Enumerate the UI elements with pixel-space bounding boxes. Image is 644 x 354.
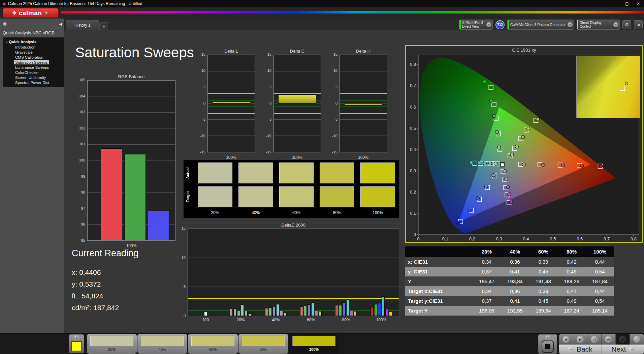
deltae-bar — [335, 305, 338, 316]
y-axis-tick-label: -5 — [199, 117, 205, 121]
cie-measured-green — [495, 130, 498, 134]
y-axis-tick-label: -10 — [331, 134, 337, 138]
pattern-swatch — [292, 336, 335, 346]
deltae-bar — [269, 307, 272, 316]
calman-menu-button[interactable]: ❖ calman ▼ — [3, 8, 59, 18]
y-axis-tick-label: -5 — [265, 117, 271, 121]
svg-text:0,3: 0,3 — [496, 236, 502, 241]
sidebar-item-screen-uniformity[interactable]: Screen Uniformity — [3, 75, 64, 80]
workflow-status-led[interactable] — [3, 22, 7, 26]
sidebar-collapse-icon[interactable]: ◀ — [59, 22, 62, 26]
minimize-button[interactable]: – — [610, 0, 621, 7]
reference-line — [340, 113, 387, 114]
actual-swatch-20% — [198, 163, 232, 183]
deltae-2000-chart: DeltaE 200010020%40%60%80%100%151050 — [180, 223, 399, 324]
table-header-cell: 60% — [529, 246, 557, 257]
sidebar-item-colorchecker[interactable]: ColorChecker — [3, 70, 64, 75]
app-icon: ❖ — [2, 1, 6, 6]
pattern-swatch — [90, 336, 133, 346]
cie-measured-red — [561, 164, 565, 167]
sidebar-item-luminance-sweeps[interactable]: Luminance Sweeps — [3, 65, 64, 70]
delta-h-chart: Delta H151050-5-10-15100% — [331, 49, 387, 160]
current-reading-heading: Current Reading — [72, 248, 138, 259]
cie-measured-magenta — [510, 200, 513, 203]
reference-line — [208, 113, 255, 114]
back-button[interactable]: « Back — [559, 345, 602, 354]
svg-text:0,2: 0,2 — [469, 236, 475, 241]
table-cell: 0,42 — [557, 257, 586, 267]
pattern-generator-button[interactable]: CalMAN Client 3 Pattern Generator ▼ — [507, 20, 574, 30]
maximize-button[interactable]: ▢ — [621, 0, 633, 7]
pattern-button-100%[interactable]: 100% — [289, 334, 339, 354]
meter-count-badge[interactable]: 712 — [495, 20, 505, 29]
y-axis-tick-label: 10 — [265, 68, 271, 72]
sidebar-item-introduction[interactable]: Introduction — [3, 45, 64, 50]
play-button[interactable]: ▶ — [573, 334, 587, 345]
table-header-cell: 40% — [501, 246, 529, 257]
y-axis-tick-label: 96 — [74, 222, 85, 226]
svg-text:0,1: 0,1 — [410, 211, 416, 216]
chart-plot — [87, 80, 175, 241]
pattern-swatch — [141, 336, 184, 346]
pattern-options-expand-button[interactable]: ▲ — [69, 334, 84, 341]
swatch-row-label: Target — [186, 186, 192, 207]
deltae-bar — [237, 311, 240, 316]
continuous-measure-button[interactable]: ⟳ — [616, 334, 630, 345]
actual-target-swatch-panel: ActualTarget20%40%60%80%100% — [184, 160, 399, 218]
sidebar-item-cms-calibration[interactable]: CMS Calibration — [3, 55, 64, 60]
cie-measured-blue — [492, 173, 495, 177]
pattern-preview-swatch — [71, 341, 82, 351]
panel-collapse-button[interactable]: ◀ — [634, 20, 643, 29]
actual-swatch-80% — [320, 163, 354, 183]
stop-button[interactable]: ■ — [559, 334, 573, 345]
stop-measure-button[interactable] — [542, 341, 554, 353]
table-cell: 0,37 — [473, 296, 501, 306]
pattern-button-20%[interactable]: 20% — [87, 334, 137, 354]
group-x-label: 100% — [364, 318, 399, 322]
y-axis-tick-label: 98 — [74, 190, 85, 194]
next-button[interactable]: Next » — [602, 345, 644, 354]
cie-measured-blue — [476, 197, 480, 200]
step-button[interactable]: [··] — [587, 334, 602, 345]
settings-gear-button[interactable]: ⚙ — [622, 20, 631, 29]
y-axis-tick-label: -10 — [199, 134, 205, 138]
pattern-button-80%[interactable]: 80% — [238, 334, 288, 354]
add-tab-button[interactable]: + — [99, 22, 108, 30]
transport-expand-button[interactable]: ▲ — [538, 334, 557, 341]
table-header-cell: 20% — [473, 246, 501, 257]
pattern-dropdown-icon[interactable]: ▼ — [568, 22, 573, 27]
pattern-label: 20% — [90, 346, 133, 351]
chart-title: Delta H — [340, 49, 387, 55]
tree-root[interactable]: ▾Quick Analysis — [3, 39, 64, 45]
cie-measured-yellow — [521, 135, 525, 139]
loop-button[interactable]: ∞ — [602, 334, 616, 345]
y-axis-tick-label: 15 — [199, 52, 205, 56]
y-axis-tick-label: 10 — [180, 256, 186, 260]
sidebar-item-spectral-power-dist-[interactable]: Spectral Power Dist. — [3, 80, 64, 85]
tab-history-1[interactable]: History 1 — [66, 20, 99, 30]
display-control-button[interactable]: Direct Display Control ▼ — [577, 20, 620, 30]
cie-1931-panel: CIE 1931 xy 00,10,20,30,40,50,60,70,800,… — [405, 45, 643, 243]
tree-expander-icon[interactable]: ▾ — [6, 41, 7, 44]
sidebar-item-grayscale[interactable]: Grayscale — [3, 50, 64, 55]
deltae-bar — [276, 304, 279, 316]
pattern-button-40%[interactable]: 40% — [137, 334, 187, 354]
swatch-row-label: Actual — [186, 163, 192, 183]
chart-plot — [207, 55, 255, 152]
y-axis-tick-label: -10 — [265, 134, 271, 138]
meter-button[interactable]: X-Rite i1Pro 3Direct View ▼ — [459, 20, 493, 30]
table-cell: 189,26 — [557, 276, 586, 286]
deltae-bar — [378, 303, 381, 316]
reference-line — [208, 100, 255, 100]
close-button[interactable]: ✕ — [633, 0, 644, 7]
deltae-bar — [374, 304, 377, 316]
cie-measured-yellow — [527, 127, 530, 130]
sidebar-item-saturation-sweeps[interactable]: Saturation Sweeps — [3, 60, 64, 65]
display-dropdown-icon[interactable]: ▼ — [613, 22, 618, 27]
meter-dropdown-icon[interactable]: ▼ — [486, 22, 491, 27]
sidebar: ◀ Quick Analysis NBC sRGB ▾Quick Analysi… — [0, 19, 64, 333]
pattern-button-60%[interactable]: 60% — [188, 334, 238, 354]
table-cell: 0,41 — [501, 267, 529, 276]
menu-dropdown-icon[interactable]: ▼ — [44, 10, 49, 16]
blank-button[interactable] — [630, 334, 644, 345]
